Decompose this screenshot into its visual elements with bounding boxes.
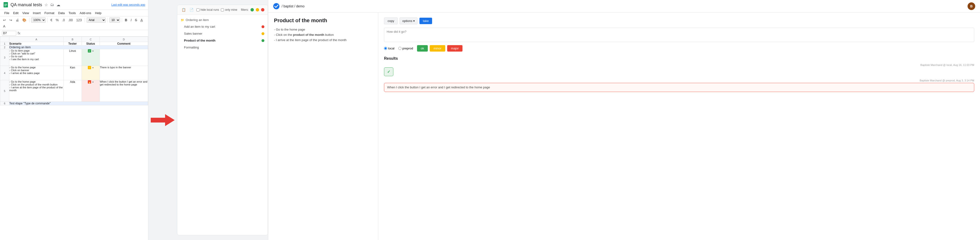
format-number-button[interactable]: 123	[75, 17, 83, 23]
filter-red-dot[interactable]	[261, 8, 264, 11]
bold-button[interactable]: B	[124, 17, 129, 23]
options-button[interactable]: options ▾	[399, 17, 417, 24]
list-item-add-to-cart[interactable]: Add an item to my cart	[177, 23, 268, 30]
col-header-c[interactable]: C	[81, 37, 100, 42]
undo-button[interactable]: ↩	[2, 17, 7, 23]
star-icon[interactable]: ☆	[44, 2, 48, 8]
menu-edit[interactable]: Edit	[12, 10, 20, 16]
cell-a4[interactable]: - Go to the home page - Click on banner …	[9, 66, 64, 80]
preprod-radio[interactable]	[398, 47, 401, 50]
row-num-5: 5	[0, 80, 10, 102]
menu-addons[interactable]: Add-ons	[78, 10, 92, 16]
col-header-d[interactable]: D	[100, 37, 148, 42]
filter-yellow-dot[interactable]	[256, 8, 259, 11]
cell-a6[interactable]: Test étape "Type de commande"	[9, 102, 148, 105]
last-edit-link[interactable]: Last edit was seconds ago	[111, 3, 145, 6]
breadcrumb-text: / baptist / demo	[282, 4, 305, 8]
dropdown-arrow-icon[interactable]: ▾	[92, 66, 94, 69]
menu-data[interactable]: Data	[57, 10, 66, 16]
percent-button[interactable]: %	[54, 17, 60, 23]
only-mine-checkbox[interactable]	[221, 8, 224, 11]
decimal-more-button[interactable]: .00	[67, 17, 74, 23]
print-button[interactable]: 🖨	[14, 17, 20, 23]
list-item-sales-banner[interactable]: Sales banner	[177, 30, 268, 37]
svg-rect-1	[4, 4, 7, 4]
action-buttons: copy options ▾ take	[384, 17, 974, 24]
font-size-select[interactable]: 10	[109, 17, 120, 23]
strikethrough-button[interactable]: S	[134, 17, 138, 23]
separator-4	[107, 18, 108, 22]
redo-button[interactable]: ↪	[8, 17, 13, 23]
copy-file-button[interactable]: 📋	[181, 7, 187, 12]
cell-b4[interactable]: Ken	[64, 66, 81, 80]
col-header-b[interactable]: B	[64, 37, 81, 42]
hide-local-checkbox[interactable]	[196, 8, 200, 11]
results-section: Results Baptiste Marchand @ local, Aug 1…	[384, 56, 974, 92]
menu-file[interactable]: File	[3, 10, 11, 16]
cell-b5[interactable]: Ada	[64, 80, 81, 102]
take-button[interactable]: take	[419, 18, 432, 24]
cell-a3[interactable]: - Go to item page - Click on "add to car…	[9, 49, 64, 66]
italic-button[interactable]: I	[129, 17, 133, 23]
cell-d5[interactable]: When I click the button I get an error a…	[100, 80, 148, 102]
cell-b1[interactable]: Tester	[64, 42, 81, 46]
how-did-it-go-input[interactable]	[384, 28, 974, 42]
major-button[interactable]: major	[447, 45, 463, 52]
new-file-button[interactable]: 📄	[189, 7, 194, 12]
local-radio-label[interactable]: local	[384, 47, 395, 50]
cell-c1[interactable]: Status	[81, 42, 100, 46]
list-item-product-of-month[interactable]: Product of the month	[177, 37, 268, 44]
row-num-6: 6	[0, 102, 10, 105]
list-item-formatting[interactable]: Formatting	[177, 44, 268, 51]
cell-ref-input[interactable]	[2, 31, 16, 36]
cell-b3[interactable]: Linus	[64, 49, 81, 66]
dropdown-arrow-icon[interactable]: ▾	[92, 81, 94, 83]
underline-button[interactable]: A	[139, 17, 144, 23]
menu-help[interactable]: Help	[94, 10, 103, 16]
row-num-4: 4	[0, 66, 10, 80]
cell-d3[interactable]	[100, 49, 148, 66]
menu-insert[interactable]: Insert	[31, 10, 42, 16]
preprod-radio-label[interactable]: preprod	[398, 47, 413, 50]
folder-icon[interactable]: 🗂	[50, 2, 54, 7]
menu-view[interactable]: View	[21, 10, 30, 16]
results-title: Results	[384, 56, 974, 61]
sheets-menu: File Edit View Insert Format Data Tools …	[0, 10, 148, 16]
formula-icon: fx	[18, 31, 20, 35]
cell-d1[interactable]: Comment	[100, 42, 148, 46]
formula-input[interactable]	[22, 32, 146, 35]
only-mine-label[interactable]: only mine	[221, 8, 237, 11]
cell-c3[interactable]: ✓ ▾	[81, 49, 100, 66]
local-radio[interactable]	[384, 47, 387, 50]
hide-local-label[interactable]: hide local runs	[196, 8, 219, 11]
decimal-less-button[interactable]: .0	[61, 17, 66, 23]
currency-button[interactable]: €	[49, 17, 54, 23]
dropdown-arrow-icon[interactable]: ▾	[92, 50, 94, 52]
cloud-icon[interactable]: ☁	[56, 2, 61, 8]
paint-format-button[interactable]: 🎨	[21, 17, 27, 23]
row-num-3: 3	[0, 49, 10, 66]
text-color-button[interactable]: A	[2, 24, 6, 29]
menu-format[interactable]: Format	[43, 10, 56, 16]
cell-a5[interactable]: - Go to the home page - Click on the pro…	[9, 80, 64, 102]
zoom-select[interactable]: 100%	[31, 17, 46, 23]
col-header-a[interactable]: A	[9, 37, 64, 42]
cell-a2[interactable]: Ordering an item	[9, 46, 148, 49]
font-select[interactable]: Arial	[87, 17, 106, 23]
filter-green-dot[interactable]	[250, 8, 254, 11]
menu-tools[interactable]: Tools	[67, 10, 77, 16]
ok-button[interactable]: ok	[417, 45, 428, 52]
cell-d4[interactable]: There is typo in the banner	[100, 66, 148, 80]
result-entry-error: Baptiste Marchand @ preprod, Aug 3, 3:14…	[384, 79, 974, 92]
cell-c4[interactable]: ⚡ ▾	[81, 66, 100, 80]
group-label: Ordering an item	[186, 18, 209, 22]
chevron-down-icon: ▾	[413, 19, 415, 23]
copy-button[interactable]: copy	[384, 17, 398, 24]
minor-button[interactable]: minor	[430, 45, 445, 52]
status-minor-icon: ⚡	[88, 66, 91, 69]
app-logo-icon	[273, 3, 280, 9]
result-meta-1: Baptiste Marchand @ local, Aug 16, 11:03…	[384, 63, 974, 66]
cell-c5[interactable]: 🔥 ▾	[81, 80, 100, 102]
cell-a1[interactable]: Scenario	[9, 42, 64, 46]
folder-icon: 📁	[181, 18, 184, 22]
